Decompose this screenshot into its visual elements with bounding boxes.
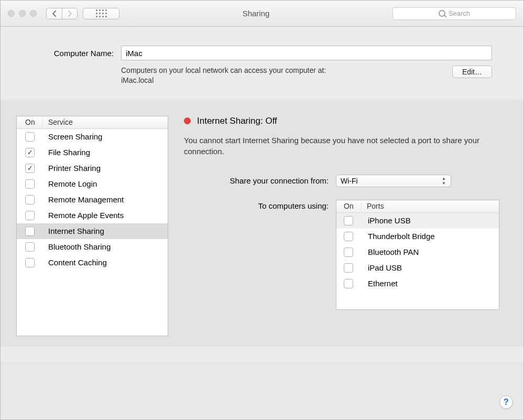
service-checkbox[interactable]: ✓ [25,164,35,173]
search-placeholder: Search [449,9,470,17]
ports-table: On Ports iPhone USBThunderbolt BridgeBlu… [336,200,499,310]
service-row[interactable]: Remote Apple Events [17,208,168,223]
bottom-bar [1,362,523,419]
computer-name-hint: Computers on your local network can acce… [121,66,444,85]
service-row[interactable]: Remote Login [17,176,168,192]
ports-header-on[interactable]: On [336,200,362,212]
share-from-select[interactable]: Wi-Fi ▲▼ [336,175,451,187]
service-checkbox[interactable] [25,211,35,220]
services-table: On Service Screen Sharing✓File Sharing✓P… [16,116,168,336]
ports-header-ports[interactable]: Ports [362,202,499,210]
service-name: Printer Sharing [43,164,168,173]
service-name: Screen Sharing [43,132,168,141]
service-detail: Internet Sharing: Off You cannot start I… [184,116,508,336]
service-row[interactable]: Screen Sharing [17,129,168,145]
computer-name-section: Computer Name: Computers on your local n… [1,27,523,100]
service-checkbox[interactable]: ✓ [25,148,35,157]
port-name: iPhone USB [363,216,499,225]
service-name: Remote Login [43,179,168,188]
port-checkbox[interactable] [344,232,353,241]
port-row[interactable]: Ethernet [336,276,499,292]
nav-buttons [46,8,78,19]
service-checkbox[interactable] [25,242,35,252]
service-row[interactable]: Content Caching [17,255,168,271]
services-area: On Service Screen Sharing✓File Sharing✓P… [1,100,523,347]
service-checkbox[interactable] [25,227,35,236]
ports-table-header: On Ports [336,200,499,213]
zoom-window-button[interactable] [30,10,37,17]
toolbar: Sharing Search [1,1,523,27]
port-row[interactable]: Thunderbolt Bridge [336,229,499,244]
port-checkbox[interactable] [344,263,353,273]
services-header-service[interactable]: Service [43,118,168,126]
port-checkbox[interactable] [344,279,353,288]
service-checkbox[interactable] [25,179,35,189]
share-from-row: Share your connection from: Wi-Fi ▲▼ [184,175,508,187]
detail-title: Internet Sharing: Off [197,116,277,126]
forward-button[interactable] [62,8,78,19]
service-row[interactable]: ✓Printer Sharing [17,160,168,176]
updown-arrows-icon: ▲▼ [439,176,449,186]
port-name: Bluetooth PAN [363,247,499,256]
service-row[interactable]: Bluetooth Sharing [17,239,168,255]
service-row[interactable]: Remote Management [17,192,168,208]
help-button[interactable]: ? [499,395,513,409]
service-name: Internet Sharing [43,227,168,235]
share-from-value: Wi-Fi [341,177,358,185]
service-name: Remote Apple Events [43,211,168,220]
services-header-on[interactable]: On [17,116,43,128]
services-table-body: Screen Sharing✓File Sharing✓Printer Shar… [17,129,168,336]
window-controls [8,10,41,17]
share-from-label: Share your connection from: [184,176,336,185]
detail-description: You cannot start Internet Sharing becaus… [184,135,498,157]
computer-name-input[interactable] [121,46,492,60]
service-checkbox[interactable] [25,132,35,142]
service-checkbox[interactable] [25,195,35,204]
back-button[interactable] [46,8,62,19]
port-name: iPad USB [363,263,499,272]
service-row[interactable]: Internet Sharing [17,223,168,239]
port-checkbox[interactable] [344,247,353,257]
service-name: Content Caching [43,258,168,267]
port-name: Thunderbolt Bridge [363,232,499,241]
service-name: File Sharing [43,148,168,157]
chevron-left-icon [52,10,57,17]
computer-name-label: Computer Name: [32,49,121,58]
window-title: Sharing [125,9,387,18]
service-checkbox[interactable] [25,258,35,267]
status-indicator-icon [184,117,191,124]
port-checkbox[interactable] [344,216,353,225]
service-name: Remote Management [43,195,168,204]
minimize-window-button[interactable] [19,10,26,17]
sharing-preference-pane: Sharing Search Computer Name: Computers … [0,0,524,420]
port-name: Ethernet [363,279,499,288]
grid-icon [96,9,107,17]
show-all-button[interactable] [83,8,119,19]
search-icon [439,10,445,17]
edit-hostname-button[interactable]: Edit… [452,66,492,78]
port-row[interactable]: iPhone USB [336,213,499,229]
service-name: Bluetooth Sharing [43,242,168,251]
service-row[interactable]: ✓File Sharing [17,145,168,160]
to-computers-row: To computers using: On Ports iPhone USBT… [184,200,508,310]
chevron-right-icon [68,10,72,17]
search-field[interactable]: Search [392,7,516,20]
services-table-header: On Service [17,116,168,129]
detail-title-row: Internet Sharing: Off [184,116,508,126]
ports-table-body: iPhone USBThunderbolt BridgeBluetooth PA… [336,213,499,292]
port-row[interactable]: iPad USB [336,260,499,276]
port-row[interactable]: Bluetooth PAN [336,244,499,260]
close-window-button[interactable] [8,10,15,17]
to-computers-label: To computers using: [184,200,336,210]
